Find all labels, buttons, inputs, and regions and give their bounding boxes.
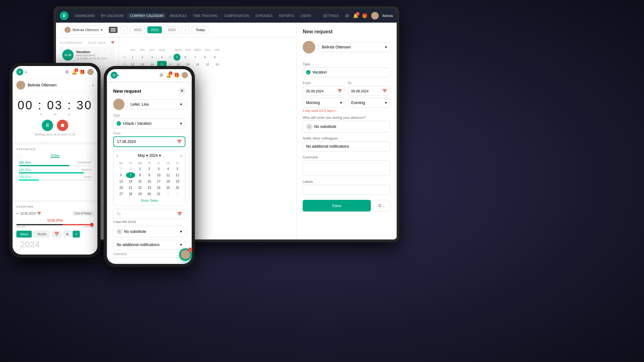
modal-close-btn[interactable]: ✕ (179, 87, 185, 94)
nr-type-field[interactable]: ✓ Vacation (303, 67, 390, 77)
aug-day-8[interactable]: 8 (200, 54, 210, 61)
modal-person-dropdown[interactable]: Leiter, Lisa ▾ (127, 99, 185, 109)
nr-to-time[interactable]: Evening ▾ (348, 98, 391, 108)
cal-day-1-next[interactable]: 1 (163, 191, 173, 197)
nav-time-tracking[interactable]: TIME TRACKING (191, 13, 220, 19)
cal-day-28[interactable]: 28 (126, 191, 135, 197)
nr-comment-field[interactable] (303, 160, 390, 176)
cal-day-23[interactable]: 23 (145, 185, 154, 191)
cal-day-26[interactable]: 26 (173, 185, 182, 191)
notification-icon[interactable]: 🔔 1 (353, 13, 358, 18)
modal-type-field[interactable]: ✓ Urlaub / Vacation ▾ (113, 118, 185, 129)
nav-users[interactable]: USERS (298, 13, 313, 19)
phone2-gift-icon[interactable]: 🎁 (174, 73, 179, 78)
phone2-settings-icon[interactable]: ⚙ (159, 73, 163, 78)
nav-dashboard[interactable]: DASHBOARD (72, 13, 97, 19)
nav-company-calendar[interactable]: COMPANY CALENDAR (127, 13, 166, 19)
year-2025[interactable]: 2025 (164, 26, 179, 33)
nr-from-date[interactable]: 05.08.2024 📅 (303, 86, 345, 96)
year-2024[interactable]: 2024 (147, 26, 162, 33)
cal-day-18[interactable]: 18 (163, 178, 173, 184)
cal-day-1[interactable]: 1 (135, 166, 145, 172)
modal-notify-field[interactable]: No additional notifications ▾ (113, 240, 185, 250)
nr-cancel-btn[interactable]: C... (373, 200, 390, 211)
show-today-link[interactable]: Show Today (117, 199, 182, 202)
tab-filter-icon-btn[interactable]: ≡ (63, 231, 71, 238)
user-select-dropdown[interactable]: Belinda Ottensen ▾ (61, 25, 106, 35)
aug-day-7[interactable]: 7 (190, 54, 200, 61)
next-year-btn[interactable]: › (182, 26, 189, 34)
cal-day-6[interactable]: 6 (117, 172, 126, 178)
cal-day-11[interactable]: 11 (163, 172, 173, 178)
cal-day-27[interactable]: 27 (117, 191, 126, 197)
aug-day-2[interactable]: 2 (138, 54, 147, 61)
tab-add-btn[interactable]: + (73, 231, 80, 238)
cal-next-month-btn[interactable]: › (180, 153, 182, 158)
nr-substitute-field[interactable]: N No substitute (303, 121, 390, 133)
aug-23[interactable]: 23 (212, 61, 222, 68)
end-today-btn[interactable]: End of Today (72, 211, 94, 216)
aug-day-9[interactable]: 9 (210, 54, 219, 61)
aug-22[interactable]: 22 (203, 61, 212, 68)
cal-day-25[interactable]: 25 (163, 185, 173, 191)
timer-stop-btn[interactable]: ⏹ (57, 120, 68, 131)
settings-icon[interactable]: ⚙ (345, 13, 349, 18)
phone1-settings-icon[interactable]: ⚙ (65, 69, 69, 74)
modal-from-date-input[interactable]: 17.05.2024 📅 (113, 136, 185, 147)
cal-day-30-prev[interactable]: 30 (126, 166, 135, 172)
cal-day-2[interactable]: 2 (145, 166, 154, 172)
modal-comment-area[interactable] (113, 257, 185, 262)
cal-day-17[interactable]: 17 (154, 178, 163, 184)
tab-calendar-icon-btn[interactable]: 📅 (52, 231, 62, 238)
cal-day-12[interactable]: 12 (173, 172, 182, 178)
cal-day-20[interactable]: 20 (117, 185, 126, 191)
cal-day-7-today[interactable]: 7 (126, 172, 135, 178)
nav-reports[interactable]: REPORTS (276, 13, 296, 19)
nav-absences[interactable]: ABSENCES (167, 13, 189, 19)
aug-21[interactable]: 21 (193, 61, 202, 68)
overtime-cal-icon[interactable]: 📅 (37, 212, 41, 215)
cal-day-31[interactable]: 31 (154, 191, 163, 197)
aug-day-1[interactable]: 1 (128, 54, 137, 61)
cal-day-29[interactable]: 29 (135, 191, 145, 197)
aug-day-5-today[interactable]: 5 (173, 54, 180, 61)
cal-day-30[interactable]: 30 (145, 191, 154, 197)
float-chat-btn[interactable]: 1 (179, 248, 192, 261)
settings-link[interactable]: SETTINGS (321, 13, 341, 19)
cal-day-2-next[interactable]: 2 (173, 191, 182, 197)
nr-save-btn[interactable]: Save (303, 200, 371, 211)
aug-day-6[interactable]: 6 (181, 54, 190, 61)
cal-day-5[interactable]: 5 (173, 166, 182, 172)
cal-day-19[interactable]: 19 (173, 178, 182, 184)
nr-labels-field[interactable] (303, 185, 390, 195)
modal-to-field[interactable]: To 📅 (113, 209, 185, 219)
year-2023[interactable]: 2023 (130, 26, 145, 33)
stats-prev-btn[interactable]: ‹ (16, 154, 23, 160)
gift-icon[interactable]: 🎁 (362, 13, 367, 18)
cal-day-4[interactable]: 4 (163, 166, 173, 172)
nav-my-calendar[interactable]: MY CALENDAR (98, 13, 126, 19)
stats-next-btn[interactable]: › (87, 154, 94, 160)
tab-week-btn[interactable]: Week (16, 231, 32, 238)
timer-pause-btn[interactable]: ⏸ (42, 120, 53, 131)
phone1-bell-icon[interactable]: 🔔 1 (72, 69, 77, 74)
aug-day-3[interactable]: 3 (147, 54, 157, 61)
slider-thumb[interactable] (90, 223, 94, 227)
cal-day-9[interactable]: 9 (145, 172, 154, 178)
stats-tab-today[interactable]: Today (50, 153, 59, 158)
cal-prev-month-btn[interactable]: ‹ (117, 153, 118, 158)
nav-expenses[interactable]: EXPENSES (253, 13, 275, 19)
cal-day-15[interactable]: 15 (135, 178, 145, 184)
vacation-card[interactable]: 11.50 Vacation Next expiration: 11.5 day… (60, 47, 115, 63)
cal-day-13[interactable]: 13 (117, 178, 126, 184)
aug-day-4[interactable]: 4 (157, 54, 167, 61)
nr-to-date[interactable]: 05.08.2024 📅 (348, 86, 391, 96)
modal-substitute-field[interactable]: N No substitute ▾ (113, 226, 185, 237)
cal-day-3[interactable]: 3 (154, 166, 163, 172)
view-toggle-btn[interactable] (109, 27, 118, 33)
cal-day-21[interactable]: 21 (126, 185, 135, 191)
nav-compensation[interactable]: COMPENSATION (222, 13, 252, 19)
phone2-bell-icon[interactable]: 🔔 1 (166, 73, 171, 78)
cal-day-24[interactable]: 24 (154, 185, 163, 191)
nr-notify-field[interactable]: No additional notifications (303, 141, 390, 151)
